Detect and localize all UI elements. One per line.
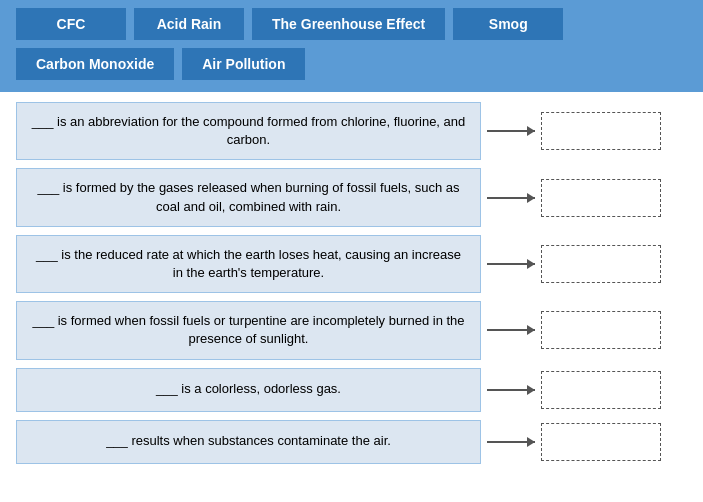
clue-box-5: ___ is a colorless, odorless gas. xyxy=(16,368,481,412)
clue-box-4: ___ is formed when fossil fuels or turpe… xyxy=(16,301,481,359)
match-row-3: ___ is the reduced rate at which the ear… xyxy=(16,235,687,293)
word-chip-smog[interactable]: Smog xyxy=(453,8,563,40)
word-chip-air-pollution[interactable]: Air Pollution xyxy=(182,48,305,80)
arrow-6 xyxy=(487,441,535,443)
clue-box-3: ___ is the reduced rate at which the ear… xyxy=(16,235,481,293)
arrow-3 xyxy=(487,263,535,265)
clue-box-2: ___ is formed by the gases released when… xyxy=(16,168,481,226)
match-row-6: ___ results when substances contaminate … xyxy=(16,420,687,464)
clue-box-1: ___ is an abbreviation for the compound … xyxy=(16,102,481,160)
arrow-1 xyxy=(487,130,535,132)
clue-box-6: ___ results when substances contaminate … xyxy=(16,420,481,464)
answer-box-4[interactable] xyxy=(541,311,661,349)
answer-box-1[interactable] xyxy=(541,112,661,150)
match-row-2: ___ is formed by the gases released when… xyxy=(16,168,687,226)
arrow-2 xyxy=(487,197,535,199)
word-chip-cfc[interactable]: CFC xyxy=(16,8,126,40)
matching-area: ___ is an abbreviation for the compound … xyxy=(0,92,703,474)
word-chip-acid-rain[interactable]: Acid Rain xyxy=(134,8,244,40)
answer-box-3[interactable] xyxy=(541,245,661,283)
match-row-1: ___ is an abbreviation for the compound … xyxy=(16,102,687,160)
answer-box-2[interactable] xyxy=(541,179,661,217)
answer-box-6[interactable] xyxy=(541,423,661,461)
answer-box-5[interactable] xyxy=(541,371,661,409)
match-row-5: ___ is a colorless, odorless gas. xyxy=(16,368,687,412)
word-chip-carbon-monoxide[interactable]: Carbon Monoxide xyxy=(16,48,174,80)
arrow-4 xyxy=(487,329,535,331)
arrow-5 xyxy=(487,389,535,391)
word-bank: CFC Acid Rain The Greenhouse Effect Smog… xyxy=(0,0,703,92)
word-chip-greenhouse[interactable]: The Greenhouse Effect xyxy=(252,8,445,40)
match-row-4: ___ is formed when fossil fuels or turpe… xyxy=(16,301,687,359)
